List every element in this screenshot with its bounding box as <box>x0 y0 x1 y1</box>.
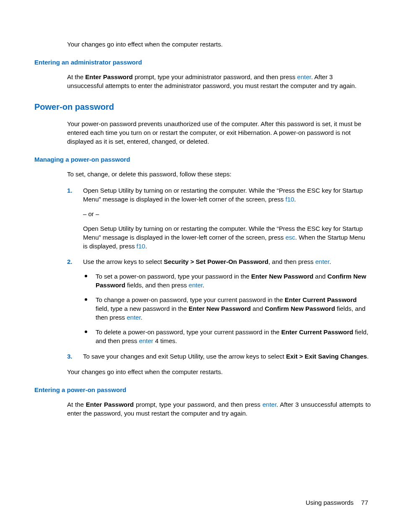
menu-path: Exit > Exit Saving Changes <box>286 353 367 360</box>
text: . <box>329 258 331 265</box>
step1-or: – or – <box>83 209 371 218</box>
text: and <box>313 273 327 280</box>
text: To set a power-on password, type your pa… <box>96 273 251 280</box>
text: To save your changes and exit Setup Util… <box>83 353 286 360</box>
heading-managing-poweron-password: Managing a power-on password <box>34 155 371 164</box>
field-name: Enter New Password <box>189 305 251 312</box>
step-1: 1. Open Setup Utility by turning on or r… <box>67 186 371 251</box>
text: . <box>145 243 147 250</box>
field-name: Enter New Password <box>251 273 313 280</box>
step-2: 2. Use the arrow keys to select Security… <box>67 257 371 345</box>
enter-key: enter <box>139 337 153 344</box>
footer-section-label: Using passwords <box>306 499 353 506</box>
step1-p1: Open Setup Utility by turning on or rest… <box>83 186 371 204</box>
text: fields, and then press <box>125 281 189 289</box>
enter-key: enter <box>262 401 276 408</box>
enter-key: enter <box>315 258 329 265</box>
f10-key: f10 <box>137 243 145 250</box>
text: . <box>203 281 204 289</box>
entering-paragraph: At the Enter Password prompt, type your … <box>67 400 371 418</box>
f10-key: f10 <box>286 196 294 203</box>
esc-key: esc <box>286 234 295 241</box>
admin-password-paragraph: At the Enter Password prompt, type your … <box>67 72 371 90</box>
text: , and then press <box>268 258 315 265</box>
step2-p: Use the arrow keys to select Security > … <box>83 257 371 266</box>
step-number: 2. <box>67 257 73 266</box>
text: At the <box>67 73 85 80</box>
step-3: 3. To save your changes and exit Setup U… <box>67 352 371 361</box>
bullet-delete-password: To delete a power-on password, type your… <box>83 328 371 345</box>
field-name: Confirm New Password <box>265 305 335 312</box>
text: At the <box>67 401 86 408</box>
step-number: 1. <box>67 186 73 195</box>
text: 4 times. <box>153 337 177 344</box>
text: prompt, type your administrator password… <box>133 73 297 80</box>
text: prompt, type your password, and then pre… <box>134 401 262 408</box>
field-name: Enter Current Password <box>285 296 357 303</box>
step1-p2: Open Setup Utility by turning on or rest… <box>83 224 371 251</box>
substeps-list: To set a power-on password, type your pa… <box>83 272 371 345</box>
page-number: 77 <box>361 499 368 506</box>
heading-power-on-password: Power-on password <box>34 101 371 113</box>
enter-password-prompt: Enter Password <box>86 401 134 408</box>
text: Open Setup Utility by turning on or rest… <box>83 187 363 203</box>
text: Use the arrow keys to select <box>83 258 164 265</box>
managing-intro-paragraph: To set, change, or delete this password,… <box>67 170 371 178</box>
closing-paragraph: Your changes go into effect when the com… <box>67 367 371 376</box>
page-content: Your changes go into effect when the com… <box>0 0 400 450</box>
text: and <box>251 305 265 312</box>
field-name: Enter Current Password <box>281 328 353 336</box>
page-footer: Using passwords77 <box>306 498 368 507</box>
text: To change a power-on password, type your… <box>96 296 285 303</box>
heading-entering-poweron-password: Entering a power-on password <box>34 385 371 394</box>
enter-password-prompt: Enter Password <box>85 73 132 80</box>
menu-path: Security > Set Power-On Password <box>164 258 269 265</box>
poweron-intro-paragraph: Your power-on password prevents unauthor… <box>67 119 371 146</box>
enter-key: enter <box>189 281 203 289</box>
text: . <box>141 314 143 321</box>
step3-p: To save your changes and exit Setup Util… <box>83 352 371 361</box>
enter-key: enter <box>297 73 311 80</box>
enter-key: enter <box>127 314 140 321</box>
intro-paragraph: Your changes go into effect when the com… <box>67 40 371 49</box>
text: field, type a new password in the <box>96 305 189 312</box>
heading-entering-admin-password: Entering an administrator password <box>34 58 371 67</box>
bullet-change-password: To change a power-on password, type your… <box>83 295 371 322</box>
text: . <box>367 353 369 360</box>
bullet-set-password: To set a power-on password, type your pa… <box>83 272 371 289</box>
step-number: 3. <box>67 352 73 361</box>
steps-list: 1. Open Setup Utility by turning on or r… <box>67 186 371 361</box>
text: . <box>294 196 296 203</box>
text: To delete a power-on password, type your… <box>96 328 281 336</box>
